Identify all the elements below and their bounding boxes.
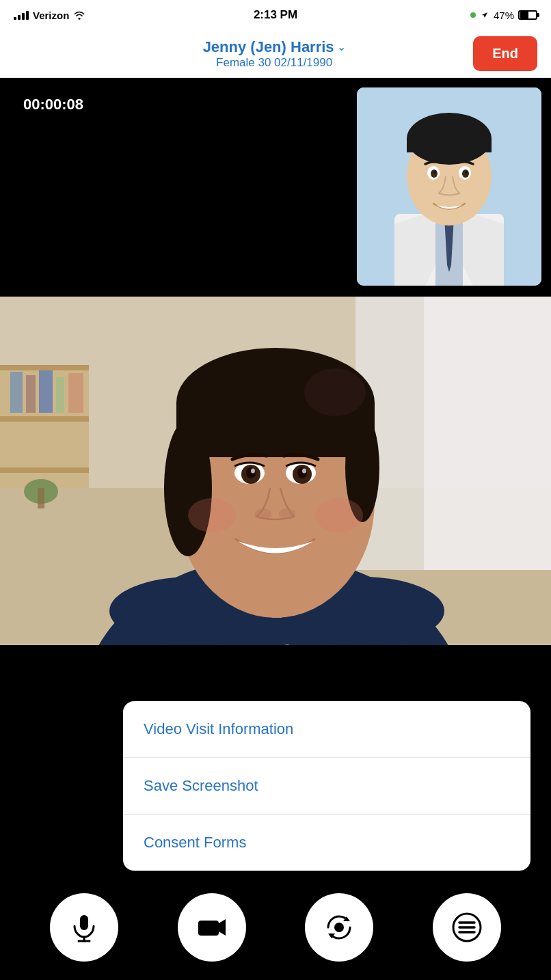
svg-point-46	[164, 420, 212, 556]
svg-rect-22	[0, 416, 89, 422]
bottom-control-bar	[0, 874, 551, 980]
svg-rect-23	[0, 467, 89, 473]
save-screenshot-item[interactable]: Save Screenshot	[123, 758, 530, 815]
svg-rect-9	[407, 139, 492, 152]
patient-info: Jenny (Jen) Harris ⌄ Female 30 02/11/199…	[75, 38, 473, 70]
carrier-name: Verizon	[33, 10, 69, 21]
svg-point-58	[279, 508, 295, 519]
flip-camera-button[interactable]	[305, 893, 373, 962]
patient-name[interactable]: Jenny (Jen) Harris ⌄	[203, 38, 346, 56]
hamburger-menu-icon	[452, 912, 482, 942]
camera-button[interactable]	[178, 893, 246, 962]
svg-rect-64	[198, 921, 219, 936]
svg-point-57	[255, 508, 271, 519]
svg-rect-19	[424, 297, 551, 570]
video-call-area: 00:00:08	[0, 78, 551, 297]
battery-icon	[518, 10, 537, 20]
end-call-button[interactable]: End	[473, 36, 537, 71]
dropdown-menu: Video Visit Information Save Screenshot …	[123, 701, 530, 871]
svg-rect-27	[56, 377, 64, 413]
chevron-down-icon: ⌄	[337, 40, 346, 53]
microphone-icon	[69, 912, 99, 942]
patient-video-area	[0, 297, 551, 645]
flip-camera-icon	[324, 912, 354, 942]
consent-forms-item[interactable]: Consent Forms	[123, 815, 530, 871]
battery-percentage: 47%	[494, 10, 514, 21]
svg-rect-21	[0, 365, 89, 370]
svg-point-56	[302, 469, 306, 474]
status-time: 2:13 PM	[254, 8, 297, 22]
status-right: 47%	[470, 10, 537, 21]
doctor-thumbnail-video	[357, 87, 541, 286]
svg-marker-65	[219, 919, 226, 936]
svg-rect-24	[10, 372, 23, 413]
wifi-icon	[73, 10, 85, 20]
svg-point-15	[465, 171, 468, 174]
svg-rect-25	[26, 375, 36, 413]
svg-point-68	[334, 923, 344, 932]
svg-point-48	[304, 368, 366, 416]
camera-icon	[197, 912, 227, 942]
header: Jenny (Jen) Harris ⌄ Female 30 02/11/199…	[0, 30, 551, 78]
call-timer: 00:00:08	[12, 90, 94, 119]
svg-point-59	[188, 498, 236, 532]
patient-details: Female 30 02/11/1990	[75, 56, 473, 70]
svg-rect-61	[80, 915, 88, 930]
svg-rect-28	[68, 373, 83, 413]
video-visit-info-item[interactable]: Video Visit Information	[123, 701, 530, 758]
menu-button[interactable]	[433, 893, 501, 962]
svg-point-14	[433, 171, 436, 174]
svg-rect-26	[39, 370, 53, 413]
svg-point-60	[315, 498, 363, 532]
signal-bars-icon	[14, 10, 29, 20]
location-dot-icon	[470, 12, 476, 18]
status-left: Verizon	[14, 10, 85, 21]
status-bar: Verizon 2:13 PM 47%	[0, 0, 551, 30]
svg-rect-30	[38, 488, 44, 508]
location-arrow-icon	[480, 10, 489, 20]
microphone-button[interactable]	[50, 893, 118, 962]
svg-point-55	[251, 469, 255, 474]
